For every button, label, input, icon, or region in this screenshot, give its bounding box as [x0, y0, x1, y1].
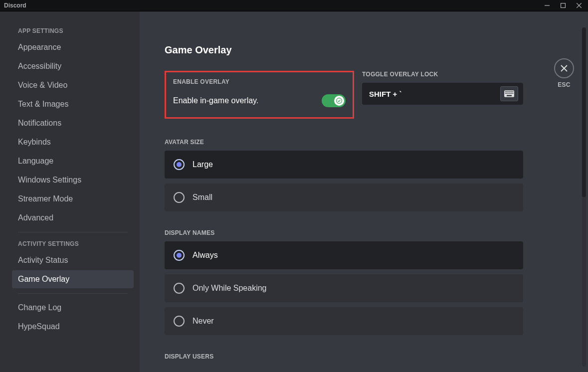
svg-rect-10: [510, 91, 511, 92]
toggle-overlay-lock-header: TOGGLE OVERLAY LOCK: [362, 71, 523, 78]
svg-rect-8: [508, 91, 509, 92]
display-names-never[interactable]: Never: [165, 307, 523, 335]
radio-label: Never: [193, 317, 214, 326]
sidebar-item-text-images[interactable]: Text & Images: [12, 95, 134, 113]
avatar-size-large[interactable]: Large: [165, 151, 523, 179]
svg-rect-14: [506, 93, 507, 94]
svg-rect-17: [510, 93, 511, 94]
avatar-size-group: AVATAR SIZE Large Small: [165, 139, 523, 211]
sidebar-item-hypesquad[interactable]: HypeSquad: [12, 318, 134, 336]
overlay-lock-keybind-text: SHIFT + `: [369, 90, 401, 98]
enable-overlay-toggle[interactable]: [322, 94, 346, 107]
close-icon: [560, 64, 568, 72]
radio-label: Small: [193, 193, 212, 202]
svg-rect-19: [513, 93, 514, 94]
svg-rect-15: [508, 93, 509, 94]
sidebar-item-accessibility[interactable]: Accessibility: [12, 57, 134, 75]
svg-rect-6: [505, 91, 506, 92]
page-title: Game Overlay: [165, 44, 523, 56]
sidebar-item-language[interactable]: Language: [12, 152, 134, 170]
display-names-group: DISPLAY NAMES Always Only While Speaking…: [165, 229, 523, 335]
close-settings-button[interactable]: [554, 58, 574, 78]
sidebar-divider: [18, 293, 128, 294]
svg-rect-1: [561, 3, 566, 8]
sidebar-item-keybinds[interactable]: Keybinds: [12, 133, 134, 151]
svg-rect-20: [507, 95, 512, 97]
radio-icon: [174, 250, 185, 261]
sidebar-item-streamer-mode[interactable]: Streamer Mode: [12, 190, 134, 208]
enable-overlay-label: Enable in-game overlay.: [173, 96, 258, 105]
svg-rect-16: [509, 93, 510, 94]
esc-label: ESC: [554, 81, 574, 88]
display-names-header: DISPLAY NAMES: [165, 229, 523, 236]
app-name: Discord: [4, 2, 26, 9]
avatar-size-header: AVATAR SIZE: [165, 139, 523, 146]
radio-label: Only While Speaking: [193, 284, 267, 293]
sidebar-item-advanced[interactable]: Advanced: [12, 209, 134, 227]
window-controls: [540, 0, 586, 11]
window-maximize-button[interactable]: [556, 0, 570, 11]
toggle-knob: [334, 96, 344, 106]
scrollbar-thumb[interactable]: [582, 27, 586, 197]
settings-sidebar: APP SETTINGS Appearance Accessibility Vo…: [0, 11, 140, 372]
sidebar-section-activity-settings: ACTIVITY SETTINGS: [12, 237, 134, 250]
radio-icon: [174, 283, 185, 294]
sidebar-item-activity-status[interactable]: Activity Status: [12, 251, 134, 269]
display-names-always[interactable]: Always: [165, 241, 523, 269]
radio-icon: [174, 316, 185, 327]
svg-rect-9: [509, 91, 510, 92]
enable-overlay-header: ENABLE OVERLAY: [173, 78, 346, 85]
svg-rect-13: [505, 93, 506, 94]
radio-label: Always: [193, 251, 218, 260]
sidebar-item-game-overlay[interactable]: Game Overlay: [12, 270, 134, 288]
sidebar-section-app-settings: APP SETTINGS: [12, 24, 134, 37]
window-minimize-button[interactable]: [540, 0, 554, 11]
svg-rect-7: [506, 91, 507, 92]
keyboard-icon: [500, 86, 518, 101]
svg-rect-18: [511, 93, 512, 94]
display-names-speaking[interactable]: Only While Speaking: [165, 274, 523, 302]
sidebar-item-voice-video[interactable]: Voice & Video: [12, 76, 134, 94]
svg-rect-11: [511, 91, 512, 92]
window-close-button[interactable]: [572, 0, 586, 11]
overlay-lock-keybind[interactable]: SHIFT + `: [362, 83, 523, 105]
sidebar-item-change-log[interactable]: Change Log: [12, 299, 134, 317]
sidebar-item-notifications[interactable]: Notifications: [12, 114, 134, 132]
svg-point-4: [337, 98, 342, 104]
sidebar-item-appearance[interactable]: Appearance: [12, 38, 134, 56]
radio-icon: [174, 159, 185, 170]
avatar-size-small[interactable]: Small: [165, 184, 523, 211]
sidebar-item-windows-settings[interactable]: Windows Settings: [12, 171, 134, 189]
display-users-header: DISPLAY USERS: [165, 353, 523, 360]
window-titlebar: Discord: [0, 0, 588, 11]
settings-content: Game Overlay ENABLE OVERLAY Enable in-ga…: [165, 11, 523, 372]
radio-label: Large: [193, 160, 213, 169]
sidebar-divider: [18, 232, 128, 232]
enable-overlay-highlight: ENABLE OVERLAY Enable in-game overlay.: [165, 71, 354, 119]
radio-icon: [174, 192, 185, 203]
svg-rect-12: [513, 91, 514, 92]
close-settings-area: ESC: [554, 58, 574, 88]
